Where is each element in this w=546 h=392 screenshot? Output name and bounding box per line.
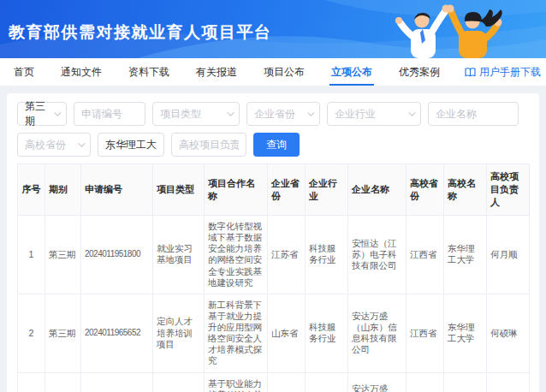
table-row: 2第三期2024011965652定向人才培养培训项目新工科背景下基于就业力提升… bbox=[18, 294, 530, 372]
column-header: 高校名称 bbox=[444, 164, 487, 216]
table-cell: 2024011951800 bbox=[81, 216, 153, 294]
table-row: 3第三期2023122758450人力资源提升项目基于职业能力培养的Web前端界… bbox=[18, 372, 530, 392]
table-cell: 第三期 bbox=[45, 294, 81, 372]
table-cell: 2024011965652 bbox=[81, 294, 153, 372]
university-province-select[interactable]: 高校省份 bbox=[17, 133, 91, 157]
column-header: 企业名称 bbox=[348, 164, 407, 216]
column-header: 期别 bbox=[45, 164, 81, 216]
university-province-placeholder: 高校省份 bbox=[25, 138, 66, 152]
column-header: 高校省份 bbox=[407, 164, 444, 216]
table-cell: 江西省 bbox=[407, 294, 444, 372]
table-cell: 1 bbox=[18, 216, 45, 294]
table-cell: 3 bbox=[18, 372, 45, 392]
banner-illustration-highfive bbox=[368, 0, 522, 58]
table-cell: 2023122758450 bbox=[81, 372, 153, 392]
filter-row-2: 高校省份 查询 bbox=[17, 133, 529, 157]
project-type-placeholder: 项目类型 bbox=[160, 107, 201, 122]
table-cell: 新工科背景下基于就业力提升的应用型网络空间安全人才培养模式探究 bbox=[205, 294, 268, 372]
column-header: 项目合作名称 bbox=[205, 164, 268, 216]
period-select-value: 第三期 bbox=[25, 99, 49, 128]
table-cell: 江苏省 bbox=[268, 216, 306, 294]
table-cell: 科技服务行业 bbox=[306, 216, 348, 294]
table-cell: 山东省 bbox=[268, 372, 306, 392]
nav-items: 首页 通知文件 资料下载 有关报道 项目公布 立项公布 优秀案例 bbox=[12, 58, 465, 86]
table-cell: 何月顺 bbox=[487, 216, 530, 294]
table-cell: 科技服务行业 bbox=[306, 294, 348, 372]
site-title: 教育部供需对接就业育人项目平台 bbox=[9, 21, 272, 44]
table-cell: 2 bbox=[18, 294, 45, 372]
chevron-down-icon bbox=[227, 109, 234, 116]
table-cell: 科技服务行业 bbox=[306, 372, 348, 392]
company-name-input[interactable] bbox=[428, 102, 519, 126]
book-icon bbox=[465, 68, 476, 77]
nav-item[interactable]: 资料下载 bbox=[127, 58, 171, 86]
table-cell: 安达万盛（山东）信息科技有限公司 bbox=[348, 372, 407, 392]
chevron-down-icon bbox=[54, 109, 61, 116]
chevron-down-icon bbox=[78, 140, 85, 146]
nav-item[interactable]: 有关报道 bbox=[194, 58, 239, 86]
table-cell: 江西省 bbox=[407, 372, 444, 392]
table-cell: 东华理工大学 bbox=[444, 216, 487, 294]
column-header: 企业省份 bbox=[268, 164, 306, 216]
table-header-row: 序号期别申请编号项目类型项目合作名称企业省份企业行业企业名称高校省份高校名称高校… bbox=[18, 164, 530, 216]
column-header: 申请编号 bbox=[81, 164, 153, 216]
table-cell: 人力资源提升项目 bbox=[153, 372, 205, 392]
search-button[interactable]: 查询 bbox=[253, 133, 300, 157]
university-name-input[interactable] bbox=[98, 133, 164, 157]
nav-item[interactable]: 通知文件 bbox=[59, 58, 104, 86]
table-cell: 山东省 bbox=[268, 294, 306, 372]
column-header: 高校项目负责人 bbox=[487, 164, 530, 216]
nav-item[interactable]: 首页 bbox=[12, 58, 36, 86]
project-type-select[interactable]: 项目类型 bbox=[152, 102, 240, 126]
company-industry-select[interactable]: 企业行业 bbox=[327, 102, 421, 126]
banner: 教育部供需对接就业育人项目平台 bbox=[0, 0, 546, 58]
content-card: 第三期 项目类型 企业省份 企业行业 bbox=[7, 93, 539, 392]
nav-item[interactable]: 立项公布 bbox=[329, 58, 374, 86]
apply-number-input[interactable] bbox=[74, 102, 145, 126]
nav-right: 用户手册下载 登录 bbox=[465, 58, 546, 86]
period-select[interactable]: 第三期 bbox=[17, 102, 67, 126]
user-manual-link[interactable]: 用户手册下载 bbox=[465, 65, 541, 80]
main-nav: 首页 通知文件 资料下载 有关报道 项目公布 立项公布 优秀案例 用户手册下载 bbox=[0, 58, 546, 86]
nav-item[interactable]: 项目公布 bbox=[262, 58, 306, 86]
table-cell: 第三期 bbox=[45, 216, 81, 294]
table-cell: 梁也 bbox=[487, 372, 530, 392]
column-header: 序号 bbox=[18, 164, 45, 216]
table-row: 1第三期2024011951800就业实习基地项目数字化转型视域下基于数据安全能… bbox=[18, 216, 530, 294]
nav-item[interactable]: 优秀案例 bbox=[397, 58, 442, 86]
table-cell: 何硕琳 bbox=[487, 294, 530, 372]
page: 教育部供需对接就业育人项目平台 首页 通知 bbox=[0, 0, 546, 392]
column-header: 企业行业 bbox=[306, 164, 348, 216]
chevron-down-icon bbox=[408, 109, 415, 116]
user-manual-label: 用户手册下载 bbox=[479, 65, 541, 80]
table-cell: 定向人才培养培训项目 bbox=[153, 294, 205, 372]
column-header: 项目类型 bbox=[153, 164, 205, 216]
chevron-down-icon bbox=[307, 109, 314, 116]
table-cell: 东华理工大学 bbox=[444, 294, 487, 372]
projects-table: 序号期别申请编号项目类型项目合作名称企业省份企业行业企业名称高校省份高校名称高校… bbox=[17, 163, 530, 392]
table-cell: 就业实习基地项目 bbox=[153, 216, 205, 294]
table-cell: 江西省 bbox=[407, 216, 444, 294]
company-province-select[interactable]: 企业省份 bbox=[246, 102, 320, 126]
company-industry-placeholder: 企业行业 bbox=[335, 107, 376, 122]
table-cell: 数字化转型视域下基于数据安全能力培养的网络空间安全专业实践基地建设研究 bbox=[205, 216, 268, 294]
table-cell: 第三期 bbox=[45, 372, 81, 392]
content: 第三期 项目类型 企业省份 企业行业 bbox=[0, 86, 546, 392]
company-province-placeholder: 企业省份 bbox=[254, 107, 295, 122]
filter-row-1: 第三期 项目类型 企业省份 企业行业 bbox=[17, 102, 529, 126]
table-cell: 东华理工大学 bbox=[444, 372, 487, 392]
university-leader-input[interactable] bbox=[171, 133, 246, 157]
table-cell: 基于职业能力培养的Web前端界面设计与开发教学改革探究 bbox=[205, 372, 268, 392]
table-body: 1第三期2024011951800就业实习基地项目数字化转型视域下基于数据安全能… bbox=[18, 216, 530, 392]
table-cell: 安达万盛（山东）信息科技有限公司 bbox=[348, 294, 407, 372]
filter-bar: 第三期 项目类型 企业省份 企业行业 bbox=[17, 102, 529, 157]
table-cell: 安恒达（江苏）电子科技有限公司 bbox=[348, 216, 407, 294]
